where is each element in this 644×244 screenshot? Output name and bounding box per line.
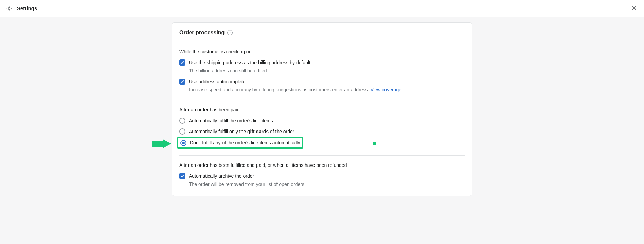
option-label: Automatically archive the order — [189, 173, 465, 179]
divider — [179, 155, 465, 156]
gear-icon — [6, 5, 12, 12]
section-heading: After an order has been paid — [179, 107, 465, 112]
page-title: Settings — [17, 5, 37, 11]
radio[interactable] — [179, 118, 185, 124]
section-heading: While the customer is checking out — [179, 49, 465, 54]
section-checkout: While the customer is checking out Use t… — [172, 42, 472, 93]
option-desc: Increase speed and accuracy by offering … — [189, 86, 465, 93]
annotation-highlight: Don't fulfill any of the order's line it… — [177, 137, 303, 149]
option-label: Use the shipping address as the billing … — [189, 59, 465, 66]
option-desc: The billing address can still be edited. — [189, 67, 465, 74]
close-icon[interactable] — [630, 3, 638, 13]
radio[interactable] — [180, 140, 186, 146]
option-auto-fulfill-gift-cards: Automatically fulfill only the gift card… — [179, 128, 465, 135]
info-icon[interactable]: i — [227, 30, 233, 35]
section-after-fulfilled: After an order has been fulfilled and pa… — [172, 162, 472, 196]
view-coverage-link[interactable]: View coverage — [370, 87, 401, 92]
topbar: Settings — [0, 0, 644, 17]
option-address-autocomplete: Use address autocomplete Increase speed … — [179, 78, 465, 93]
svg-point-0 — [8, 7, 10, 9]
option-auto-fulfill-all: Automatically fulfill the order's line i… — [179, 117, 465, 124]
annotation-dot — [373, 142, 376, 145]
section-after-paid: After an order has been paid Automatical… — [172, 107, 472, 149]
option-label: Don't fulfill any of the order's line it… — [190, 139, 300, 146]
checkbox[interactable] — [179, 79, 185, 85]
card-header: Order processing i — [172, 23, 472, 42]
option-dont-fulfill: Don't fulfill any of the order's line it… — [179, 139, 465, 149]
option-label: Automatically fulfill only the gift card… — [189, 128, 465, 135]
content: Order processing i While the customer is… — [0, 17, 644, 210]
checkbox[interactable] — [179, 173, 185, 179]
annotation-arrow-icon — [152, 139, 171, 148]
option-auto-archive: Automatically archive the order The orde… — [179, 173, 465, 188]
checkbox[interactable] — [179, 59, 185, 66]
option-shipping-as-billing: Use the shipping address as the billing … — [179, 59, 465, 74]
option-label: Automatically fulfill the order's line i… — [189, 117, 465, 124]
option-desc: The order will be removed from your list… — [189, 181, 465, 188]
option-label: Use address autocomplete — [189, 78, 465, 85]
order-processing-card: Order processing i While the customer is… — [172, 22, 472, 196]
divider — [179, 100, 465, 100]
radio[interactable] — [179, 128, 185, 135]
card-title: Order processing — [179, 30, 225, 36]
svg-marker-1 — [152, 139, 171, 148]
section-heading: After an order has been fulfilled and pa… — [179, 162, 465, 168]
